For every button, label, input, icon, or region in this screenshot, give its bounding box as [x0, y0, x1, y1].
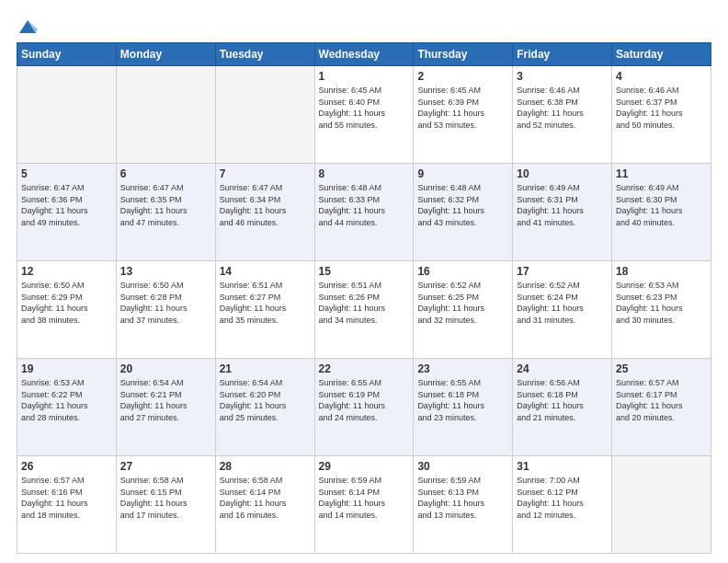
calendar-cell: 27Sunrise: 6:58 AMSunset: 6:15 PMDayligh…	[116, 456, 215, 554]
day-number: 28	[220, 460, 311, 473]
day-info: Sunrise: 6:59 AMSunset: 6:14 PMDaylight:…	[319, 475, 410, 521]
calendar-week-4: 19Sunrise: 6:53 AMSunset: 6:22 PMDayligh…	[17, 359, 711, 456]
calendar-cell: 6Sunrise: 6:47 AMSunset: 6:35 PMDaylight…	[116, 164, 215, 261]
day-header-tuesday: Tuesday	[215, 43, 314, 66]
logo	[17, 17, 38, 33]
day-info: Sunrise: 6:45 AMSunset: 6:40 PMDaylight:…	[319, 85, 410, 131]
calendar-cell: 3Sunrise: 6:46 AMSunset: 6:38 PMDaylight…	[513, 66, 612, 164]
day-number: 3	[517, 70, 608, 83]
day-info: Sunrise: 6:50 AMSunset: 6:29 PMDaylight:…	[21, 280, 112, 326]
day-number: 19	[21, 362, 112, 375]
day-info: Sunrise: 6:53 AMSunset: 6:22 PMDaylight:…	[21, 377, 112, 423]
calendar-week-5: 26Sunrise: 6:57 AMSunset: 6:16 PMDayligh…	[17, 456, 711, 554]
calendar-week-2: 5Sunrise: 6:47 AMSunset: 6:36 PMDaylight…	[17, 164, 711, 261]
calendar-cell: 14Sunrise: 6:51 AMSunset: 6:27 PMDayligh…	[215, 261, 314, 359]
calendar-cell: 18Sunrise: 6:53 AMSunset: 6:23 PMDayligh…	[612, 261, 711, 359]
calendar-cell: 15Sunrise: 6:51 AMSunset: 6:26 PMDayligh…	[314, 261, 414, 359]
calendar-cell: 24Sunrise: 6:56 AMSunset: 6:18 PMDayligh…	[513, 359, 612, 456]
day-number: 31	[517, 460, 608, 473]
calendar-cell	[116, 66, 215, 164]
day-number: 11	[616, 167, 707, 180]
calendar-cell: 30Sunrise: 6:59 AMSunset: 6:13 PMDayligh…	[414, 456, 513, 554]
day-info: Sunrise: 6:58 AMSunset: 6:15 PMDaylight:…	[120, 475, 211, 521]
calendar-cell: 1Sunrise: 6:45 AMSunset: 6:40 PMDaylight…	[314, 66, 414, 164]
day-number: 20	[120, 362, 211, 375]
day-header-monday: Monday	[116, 43, 215, 66]
calendar-cell: 28Sunrise: 6:58 AMSunset: 6:14 PMDayligh…	[215, 456, 314, 554]
day-info: Sunrise: 6:45 AMSunset: 6:39 PMDaylight:…	[417, 85, 508, 131]
calendar-cell: 7Sunrise: 6:47 AMSunset: 6:34 PMDaylight…	[215, 164, 314, 261]
calendar-cell: 8Sunrise: 6:48 AMSunset: 6:33 PMDaylight…	[314, 164, 414, 261]
day-number: 18	[616, 265, 707, 278]
day-info: Sunrise: 6:58 AMSunset: 6:14 PMDaylight:…	[220, 475, 311, 521]
calendar-cell: 26Sunrise: 6:57 AMSunset: 6:16 PMDayligh…	[17, 456, 117, 554]
calendar-table: SundayMondayTuesdayWednesdayThursdayFrid…	[17, 42, 711, 554]
day-info: Sunrise: 6:55 AMSunset: 6:19 PMDaylight:…	[319, 377, 410, 423]
day-number: 8	[319, 167, 410, 180]
calendar-week-3: 12Sunrise: 6:50 AMSunset: 6:29 PMDayligh…	[17, 261, 711, 359]
day-info: Sunrise: 6:49 AMSunset: 6:30 PMDaylight:…	[616, 182, 707, 228]
calendar-cell: 12Sunrise: 6:50 AMSunset: 6:29 PMDayligh…	[17, 261, 117, 359]
day-number: 16	[417, 265, 508, 278]
day-info: Sunrise: 6:59 AMSunset: 6:13 PMDaylight:…	[417, 475, 508, 521]
day-info: Sunrise: 6:52 AMSunset: 6:24 PMDaylight:…	[517, 280, 608, 326]
day-number: 13	[120, 265, 211, 278]
day-number: 30	[417, 460, 508, 473]
day-info: Sunrise: 6:57 AMSunset: 6:16 PMDaylight:…	[21, 475, 112, 521]
day-info: Sunrise: 6:47 AMSunset: 6:35 PMDaylight:…	[120, 182, 211, 228]
day-number: 23	[417, 362, 508, 375]
day-number: 6	[120, 167, 211, 180]
day-number: 9	[417, 167, 508, 180]
day-info: Sunrise: 6:54 AMSunset: 6:20 PMDaylight:…	[220, 377, 311, 423]
day-header-saturday: Saturday	[612, 43, 711, 66]
day-info: Sunrise: 6:52 AMSunset: 6:25 PMDaylight:…	[417, 280, 508, 326]
calendar-cell: 31Sunrise: 7:00 AMSunset: 6:12 PMDayligh…	[513, 456, 612, 554]
day-info: Sunrise: 6:51 AMSunset: 6:27 PMDaylight:…	[220, 280, 311, 326]
day-info: Sunrise: 6:48 AMSunset: 6:32 PMDaylight:…	[417, 182, 508, 228]
day-info: Sunrise: 6:54 AMSunset: 6:21 PMDaylight:…	[120, 377, 211, 423]
day-number: 15	[319, 265, 410, 278]
calendar-cell: 25Sunrise: 6:57 AMSunset: 6:17 PMDayligh…	[612, 359, 711, 456]
calendar-week-1: 1Sunrise: 6:45 AMSunset: 6:40 PMDaylight…	[17, 66, 711, 164]
day-number: 22	[319, 362, 410, 375]
day-info: Sunrise: 7:00 AMSunset: 6:12 PMDaylight:…	[517, 475, 608, 521]
day-info: Sunrise: 6:46 AMSunset: 6:38 PMDaylight:…	[517, 85, 608, 131]
page: SundayMondayTuesdayWednesdayThursdayFrid…	[0, 0, 728, 563]
day-info: Sunrise: 6:48 AMSunset: 6:33 PMDaylight:…	[319, 182, 410, 228]
logo-icon	[17, 17, 38, 37]
calendar-cell: 22Sunrise: 6:55 AMSunset: 6:19 PMDayligh…	[314, 359, 414, 456]
calendar-cell: 29Sunrise: 6:59 AMSunset: 6:14 PMDayligh…	[314, 456, 414, 554]
calendar-header-row: SundayMondayTuesdayWednesdayThursdayFrid…	[17, 43, 711, 66]
day-number: 10	[517, 167, 608, 180]
calendar-cell: 23Sunrise: 6:55 AMSunset: 6:18 PMDayligh…	[414, 359, 513, 456]
day-number: 29	[319, 460, 410, 473]
day-number: 2	[417, 70, 508, 83]
calendar-cell	[612, 456, 711, 554]
calendar-cell: 16Sunrise: 6:52 AMSunset: 6:25 PMDayligh…	[414, 261, 513, 359]
day-info: Sunrise: 6:56 AMSunset: 6:18 PMDaylight:…	[517, 377, 608, 423]
day-number: 25	[616, 362, 707, 375]
day-number: 24	[517, 362, 608, 375]
day-number: 7	[220, 167, 311, 180]
calendar-cell: 17Sunrise: 6:52 AMSunset: 6:24 PMDayligh…	[513, 261, 612, 359]
calendar-cell: 11Sunrise: 6:49 AMSunset: 6:30 PMDayligh…	[612, 164, 711, 261]
calendar-cell: 9Sunrise: 6:48 AMSunset: 6:32 PMDaylight…	[414, 164, 513, 261]
calendar-cell: 5Sunrise: 6:47 AMSunset: 6:36 PMDaylight…	[17, 164, 117, 261]
day-number: 17	[517, 265, 608, 278]
day-number: 1	[319, 70, 410, 83]
calendar-cell	[215, 66, 314, 164]
day-header-thursday: Thursday	[414, 43, 513, 66]
day-info: Sunrise: 6:51 AMSunset: 6:26 PMDaylight:…	[319, 280, 410, 326]
day-header-sunday: Sunday	[17, 43, 117, 66]
day-info: Sunrise: 6:53 AMSunset: 6:23 PMDaylight:…	[616, 280, 707, 326]
calendar-cell: 19Sunrise: 6:53 AMSunset: 6:22 PMDayligh…	[17, 359, 117, 456]
header	[17, 17, 711, 33]
day-info: Sunrise: 6:47 AMSunset: 6:34 PMDaylight:…	[220, 182, 311, 228]
day-number: 26	[21, 460, 112, 473]
calendar-cell: 20Sunrise: 6:54 AMSunset: 6:21 PMDayligh…	[116, 359, 215, 456]
day-number: 5	[21, 167, 112, 180]
day-info: Sunrise: 6:50 AMSunset: 6:28 PMDaylight:…	[120, 280, 211, 326]
calendar-cell: 21Sunrise: 6:54 AMSunset: 6:20 PMDayligh…	[215, 359, 314, 456]
day-number: 14	[220, 265, 311, 278]
day-number: 27	[120, 460, 211, 473]
